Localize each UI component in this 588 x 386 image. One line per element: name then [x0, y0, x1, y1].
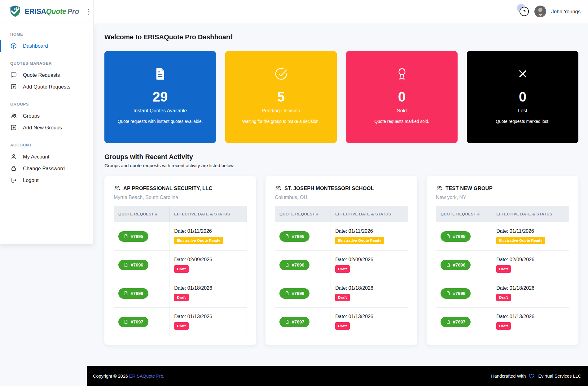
sidebar-item-dashboard[interactable]: Dashboard — [0, 40, 93, 52]
file-icon — [446, 234, 450, 239]
status-badge: Illustrative Quote Ready — [335, 237, 384, 244]
status-badge: Draft — [335, 265, 350, 273]
sidebar-item-add-quote-requests[interactable]: Add Quote Requests — [0, 81, 93, 93]
group-card-header[interactable]: AP PROFESSIONAL SECURITY, LLC — [114, 185, 247, 192]
document-icon — [112, 67, 208, 81]
sidebar-item-label: Add Quote Requests — [23, 84, 70, 90]
header-actions: ? John Youngs — [94, 0, 588, 23]
user-name[interactable]: John Youngs — [551, 9, 581, 15]
stat-label: Pending Decision — [233, 108, 329, 114]
section-label-groups: GROUPS — [0, 102, 93, 107]
page-body: HOME Dashboard QUOTES MANAGER Quote Requ — [0, 23, 588, 386]
stat-value: 0 — [475, 90, 570, 104]
effective-date: Date: 02/09/2026 — [496, 257, 564, 262]
quote-request-number: #7697 — [131, 319, 143, 324]
quote-request-link[interactable]: #7696 — [118, 288, 148, 299]
file-icon — [285, 234, 289, 239]
help-icon: ? — [520, 7, 529, 16]
group-name: AP PROFESSIONAL SECURITY, LLC — [123, 185, 212, 191]
sidebar-section-home: HOME Dashboard — [0, 32, 93, 52]
effective-date: Date: 01/18/2026 — [174, 285, 242, 291]
handcrafted-text: Handcrafted With — [491, 374, 526, 379]
kebab-menu-icon[interactable]: ⋮ — [85, 8, 92, 15]
plus-square-icon — [10, 83, 17, 90]
sidebar-item-quote-requests[interactable]: Quote Requests — [0, 69, 93, 81]
group-card-header[interactable]: TEST NEW GROUP — [436, 185, 569, 192]
table-row: #7695 Date: 01/11/2026Illustrative Quote… — [275, 222, 408, 251]
quote-requests-table: Quote Request # Effective Date & Status … — [275, 206, 408, 336]
quote-request-number: #7697 — [292, 319, 304, 324]
table-row: #7696 Date: 01/18/2026Draft — [436, 279, 569, 308]
group-location: Columbus, OH — [275, 195, 408, 200]
effective-date: Date: 02/09/2026 — [335, 257, 403, 262]
quote-request-link[interactable]: #7696 — [441, 288, 471, 299]
quote-request-link[interactable]: #7696 — [279, 260, 309, 270]
quote-request-number: #7695 — [453, 234, 465, 239]
status-badge: Draft — [335, 322, 350, 330]
table-header-row: Quote Request # Effective Date & Status — [436, 206, 569, 222]
quote-request-link[interactable]: #7695 — [118, 231, 148, 242]
brand-part-erisa: ERISA — [25, 7, 46, 15]
sidebar-item-add-new-groups[interactable]: Add New Groups — [0, 122, 93, 133]
people-icon — [10, 112, 17, 119]
company-link[interactable]: Evirtual Services LLC — [538, 374, 581, 379]
group-card: ST. JOSEPH MONTESSORI SCHOOL Columbus, O… — [265, 176, 417, 345]
stat-label: Lost — [475, 108, 570, 114]
group-location: Myrtle Beach, South Carolina — [114, 195, 247, 200]
copyright-text: Copyright © 2026 — [93, 374, 129, 379]
section-label-quotes-manager: QUOTES MANAGER — [0, 61, 93, 66]
status-badge: Draft — [496, 294, 511, 301]
status-badge: Draft — [335, 294, 350, 301]
sidebar-item-logout[interactable]: Logout — [0, 174, 93, 186]
quote-request-number: #7695 — [292, 234, 304, 239]
stat-value: 0 — [354, 90, 450, 104]
quote-request-number: #7695 — [131, 234, 143, 239]
groups-section-subtitle: Groups and quote requests with recent ac… — [104, 163, 578, 168]
effective-date: Date: 01/11/2026 — [496, 228, 564, 234]
quote-request-number: #7696 — [131, 262, 143, 267]
quote-request-number: #7697 — [453, 319, 465, 324]
check-circle-icon — [233, 67, 329, 81]
sidebar-item-label: Groups — [23, 113, 40, 119]
help-button[interactable]: ? — [519, 6, 529, 17]
footer-brand-link[interactable]: ERISAQuote Pro — [129, 374, 163, 379]
effective-date: Date: 01/11/2026 — [335, 228, 403, 234]
stat-card-instant-quotes[interactable]: 29 Instant Quotes Available Quote reques… — [104, 51, 216, 143]
brand-part-pro: Pro — [68, 7, 79, 15]
quote-request-link[interactable]: #7696 — [118, 260, 148, 270]
logout-icon — [10, 177, 17, 184]
quote-request-link[interactable]: #7695 — [279, 231, 309, 242]
column-header-quote-request: Quote Request # — [114, 206, 170, 222]
sidebar-section-quotes-manager: QUOTES MANAGER Quote Requests Add Quote … — [0, 61, 93, 93]
effective-date: Date: 01/11/2026 — [174, 228, 242, 234]
quote-request-link[interactable]: #7696 — [441, 260, 471, 270]
award-icon — [354, 67, 450, 81]
quote-request-number: #7696 — [292, 262, 304, 267]
brand-name: ERISAQuotePro — [25, 7, 79, 16]
copyright-suffix: . — [163, 374, 165, 379]
sidebar-item-my-account[interactable]: My Account — [0, 151, 93, 163]
stat-value: 5 — [233, 90, 329, 104]
sidebar-item-label: Add New Groups — [23, 125, 62, 131]
quote-request-link[interactable]: #7695 — [441, 231, 471, 242]
table-row: #7696 Date: 01/18/2026Draft — [275, 279, 408, 308]
quote-request-link[interactable]: #7697 — [118, 317, 148, 327]
stat-card-lost[interactable]: 0 Lost Quote requests marked lost. — [467, 51, 578, 143]
lock-icon — [10, 165, 17, 172]
quote-requests-table: Quote Request # Effective Date & Status … — [114, 206, 247, 336]
sidebar-item-groups[interactable]: Groups — [0, 110, 93, 122]
quote-request-link[interactable]: #7696 — [279, 288, 309, 299]
stat-card-pending-decision[interactable]: 5 Pending Decision Waiting for the group… — [225, 51, 337, 143]
quote-request-link[interactable]: #7697 — [441, 317, 471, 327]
table-row: #7696 Date: 01/18/2026Draft — [114, 279, 247, 308]
group-name: TEST NEW GROUP — [445, 185, 493, 191]
table-row: #7697 Date: 01/13/2026Draft — [275, 308, 408, 336]
sidebar-item-change-password[interactable]: Change Password — [0, 163, 93, 174]
app-logo[interactable]: ERISAQuotePro — [8, 4, 79, 19]
group-card-header[interactable]: ST. JOSEPH MONTESSORI SCHOOL — [275, 185, 408, 192]
avatar[interactable] — [534, 6, 546, 17]
section-label-home: HOME — [0, 32, 93, 37]
sidebar-section-groups: GROUPS Groups Add New Groups — [0, 102, 93, 133]
stat-card-sold[interactable]: 0 Sold Quote requests marked sold. — [346, 51, 458, 143]
quote-request-link[interactable]: #7697 — [279, 317, 309, 327]
